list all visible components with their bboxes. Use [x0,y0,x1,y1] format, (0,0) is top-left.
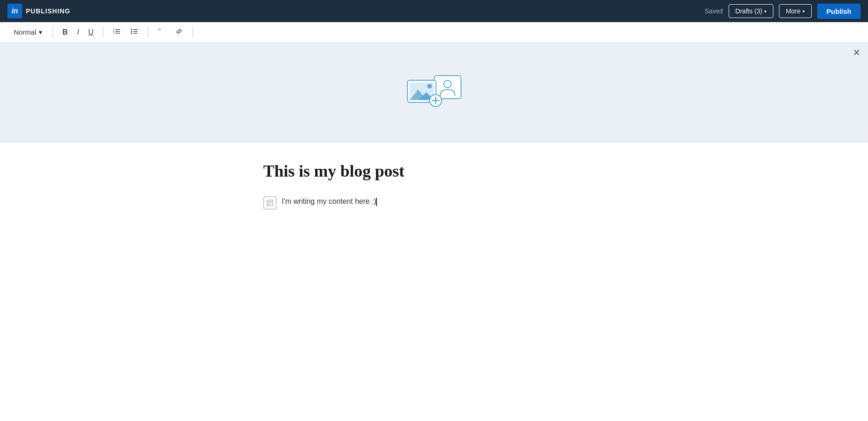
more-chevron-icon: ▾ [802,9,805,14]
format-label: Normal [14,28,36,36]
toolbar-separator-3 [148,27,148,38]
editor-area: This is my blog post I'm writing my cont… [254,143,614,237]
drafts-chevron-icon: ▾ [764,9,766,14]
cover-image-area[interactable]: ✕ [0,42,868,143]
underline-icon: U [88,28,94,36]
svg-text:3: 3 [113,31,114,34]
drafts-button[interactable]: Drafts (3) ▾ [729,4,773,18]
svg-point-7 [131,30,132,32]
linkedin-logo: in [7,4,22,18]
ordered-list-icon: 1 2 3 [113,27,121,37]
link-icon [175,27,183,37]
navbar-right: Saved Drafts (3) ▾ More ▾ Publish [705,4,861,19]
content-row: I'm writing my content here :) [263,196,605,209]
toolbar-separator-2 [103,27,103,38]
add-block-icon [267,200,273,206]
toolbar-separator-1 [53,27,53,38]
brand: in PUBLISHING [7,4,70,18]
formatting-toolbar: Normal ▾ B I U 1 2 3 [0,22,868,42]
saved-status: Saved [705,7,723,15]
unordered-list-button[interactable] [126,25,142,40]
close-icon: ✕ [853,47,861,58]
unordered-list-icon [130,27,138,37]
close-cover-button[interactable]: ✕ [853,48,861,57]
format-dropdown[interactable]: Normal ▾ [9,26,47,38]
cover-illustration [404,72,464,113]
italic-icon: I [77,28,79,36]
link-button[interactable] [171,25,187,40]
italic-button[interactable]: I [73,26,83,39]
underline-button[interactable]: U [84,26,97,39]
navbar: in PUBLISHING Saved Drafts (3) ▾ More ▾ … [0,0,868,22]
blockquote-button[interactable]: " [154,25,169,40]
text-cursor [376,198,377,206]
format-chevron-icon: ▾ [39,28,42,36]
drafts-label: Drafts (3) [736,7,762,15]
bold-button[interactable]: B [59,26,72,39]
publish-button[interactable]: Publish [817,4,861,19]
svg-text:": " [158,27,161,35]
more-button[interactable]: More ▾ [779,4,812,18]
editor-content[interactable]: I'm writing my content here :) [282,196,377,208]
publishing-label: PUBLISHING [26,7,70,15]
cover-add-image-icon [404,72,464,113]
blog-title[interactable]: This is my blog post [263,161,605,181]
add-content-button[interactable] [263,196,276,209]
more-label: More [786,7,801,15]
toolbar-separator-4 [192,27,193,38]
svg-point-17 [427,84,432,89]
publish-label: Publish [826,7,851,15]
blockquote-icon: " [157,27,166,37]
ordered-list-button[interactable]: 1 2 3 [109,25,125,40]
bold-icon: B [62,28,68,36]
svg-point-6 [131,29,132,30]
svg-point-8 [131,32,132,34]
